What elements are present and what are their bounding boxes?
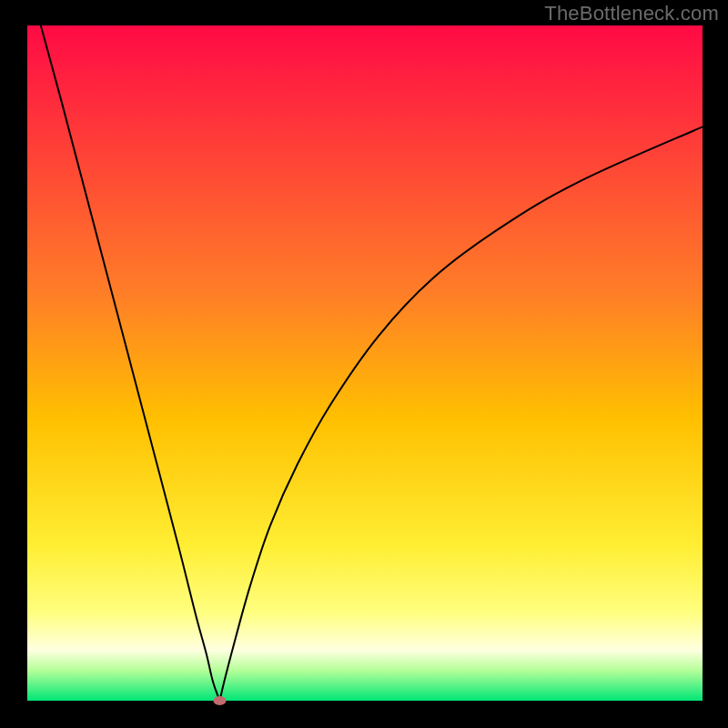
chart-root: TheBottleneck.com	[0, 0, 728, 728]
chart-canvas	[0, 0, 728, 728]
watermark-text: TheBottleneck.com	[544, 2, 719, 25]
plot-background	[27, 25, 703, 701]
minimum-marker	[213, 696, 226, 705]
